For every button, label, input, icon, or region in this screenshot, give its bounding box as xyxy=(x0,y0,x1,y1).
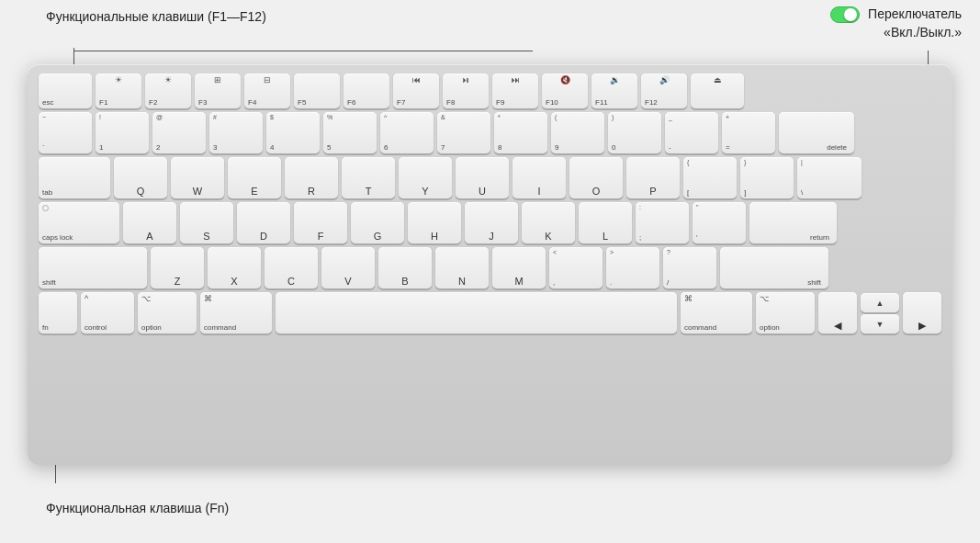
key-f1[interactable]: ☀ F1 xyxy=(96,74,141,108)
key-j[interactable]: J xyxy=(465,202,518,243)
key-1[interactable]: ! 1 xyxy=(96,112,149,153)
key-3[interactable]: # 3 xyxy=(209,112,263,153)
key-fn[interactable]: fn xyxy=(39,292,77,334)
qwerty-key-row: tab Q W E R T Y U I O P { [ } ] | \ xyxy=(39,157,941,198)
key-t[interactable]: T xyxy=(342,157,395,198)
number-key-row: ~ ` ! 1 @ 2 # 3 $ 4 % 5 ^ 6 & 7 xyxy=(39,112,941,153)
keyboard: esc ☀ F1 ☀ F2 ⊞ F3 ⊟ F4 F5 F6 ⏮ F7 ⏯ xyxy=(28,64,952,465)
key-backtick[interactable]: ~ ` xyxy=(39,112,92,153)
key-p[interactable]: P xyxy=(626,157,680,198)
key-g[interactable]: G xyxy=(351,202,404,243)
toggle-icon xyxy=(830,6,860,23)
key-slash[interactable]: ? / xyxy=(663,247,716,288)
key-f8[interactable]: ⏯ F8 xyxy=(443,74,489,108)
key-period[interactable]: > . xyxy=(606,247,659,288)
key-control[interactable]: ^ control xyxy=(81,292,134,334)
key-5[interactable]: % 5 xyxy=(323,112,377,153)
key-arrow-up[interactable]: ▲ xyxy=(861,293,899,312)
key-c[interactable]: C xyxy=(265,247,318,288)
key-delete[interactable]: delete xyxy=(779,112,854,153)
asdf-key-row: caps lock A S D F G H J K L : ; " ' retu… xyxy=(39,202,941,243)
key-l[interactable]: L xyxy=(579,202,632,243)
key-tab[interactable]: tab xyxy=(39,157,110,198)
key-9[interactable]: ( 9 xyxy=(551,112,604,153)
key-k[interactable]: K xyxy=(522,202,575,243)
key-v[interactable]: V xyxy=(321,247,375,288)
key-quote[interactable]: " ' xyxy=(693,202,746,243)
key-d[interactable]: D xyxy=(237,202,290,243)
toggle-label: Переключатель «Вкл./Выкл.» xyxy=(830,6,962,41)
key-f2[interactable]: ☀ F2 xyxy=(145,74,191,108)
key-arrow-left[interactable]: ◀ xyxy=(818,292,857,334)
key-i[interactable]: I xyxy=(513,157,566,198)
key-e[interactable]: E xyxy=(228,157,281,198)
key-f6[interactable]: F6 xyxy=(344,74,389,108)
key-a[interactable]: A xyxy=(123,202,176,243)
key-space[interactable] xyxy=(276,292,677,334)
callout-line-fn xyxy=(73,51,533,52)
key-f10[interactable]: 🔇 F10 xyxy=(542,74,588,108)
key-w[interactable]: W xyxy=(171,157,224,198)
key-arrow-down[interactable]: ▼ xyxy=(861,314,899,334)
key-b[interactable]: B xyxy=(378,247,432,288)
key-shift-left[interactable]: shift xyxy=(39,247,147,288)
key-backslash[interactable]: | \ xyxy=(797,157,862,198)
key-6[interactable]: ^ 6 xyxy=(380,112,434,153)
key-eject[interactable]: ⏏ xyxy=(691,74,744,108)
key-return[interactable]: return xyxy=(749,202,837,243)
key-f9[interactable]: ⏭ F9 xyxy=(492,74,538,108)
bottom-key-row: fn ^ control ⌥ option ⌘ command ⌘ comman… xyxy=(39,292,941,334)
fn-keys-label: Функциональные клавиши (F1—F12) xyxy=(46,9,266,24)
fn-key-row: esc ☀ F1 ☀ F2 ⊞ F3 ⊟ F4 F5 F6 ⏮ F7 ⏯ xyxy=(39,74,941,108)
key-comma[interactable]: < , xyxy=(549,247,603,288)
key-f12[interactable]: 🔊 F12 xyxy=(641,74,687,108)
key-capslock[interactable]: caps lock xyxy=(39,202,119,243)
key-x[interactable]: X xyxy=(208,247,261,288)
key-bracket-open[interactable]: { [ xyxy=(683,157,737,198)
key-u[interactable]: U xyxy=(456,157,509,198)
key-y[interactable]: Y xyxy=(399,157,452,198)
key-s[interactable]: S xyxy=(180,202,233,243)
key-2[interactable]: @ 2 xyxy=(152,112,206,153)
key-f5[interactable]: F5 xyxy=(294,74,340,108)
key-n[interactable]: N xyxy=(435,247,489,288)
fn-key-label: Функциональная клавиша (Fn) xyxy=(46,501,229,515)
key-r[interactable]: R xyxy=(285,157,338,198)
key-equals[interactable]: + = xyxy=(722,112,775,153)
key-command-left[interactable]: ⌘ command xyxy=(200,292,272,334)
key-f7[interactable]: ⏮ F7 xyxy=(393,74,439,108)
key-z[interactable]: Z xyxy=(151,247,204,288)
key-f11[interactable]: 🔉 F11 xyxy=(591,74,637,108)
key-minus[interactable]: _ - xyxy=(665,112,718,153)
key-7[interactable]: & 7 xyxy=(437,112,490,153)
key-f[interactable]: F xyxy=(294,202,347,243)
key-command-right[interactable]: ⌘ command xyxy=(681,292,752,334)
key-f4[interactable]: ⊟ F4 xyxy=(244,74,290,108)
key-q[interactable]: Q xyxy=(114,157,167,198)
key-4[interactable]: $ 4 xyxy=(266,112,320,153)
key-semicolon[interactable]: : ; xyxy=(636,202,689,243)
key-h[interactable]: H xyxy=(408,202,461,243)
key-0[interactable]: ) 0 xyxy=(608,112,661,153)
key-8[interactable]: * 8 xyxy=(494,112,547,153)
key-arrow-right[interactable]: ▶ xyxy=(903,292,941,334)
key-esc[interactable]: esc xyxy=(39,74,92,108)
key-option-left[interactable]: ⌥ option xyxy=(138,292,197,334)
key-bracket-close[interactable]: } ] xyxy=(740,157,794,198)
key-o[interactable]: O xyxy=(569,157,623,198)
key-shift-right[interactable]: shift xyxy=(720,247,828,288)
key-f3[interactable]: ⊞ F3 xyxy=(195,74,241,108)
zxcv-key-row: shift Z X C V B N M < , > . ? / shift xyxy=(39,247,941,288)
key-option-right[interactable]: ⌥ option xyxy=(756,292,815,334)
key-m[interactable]: M xyxy=(492,247,546,288)
